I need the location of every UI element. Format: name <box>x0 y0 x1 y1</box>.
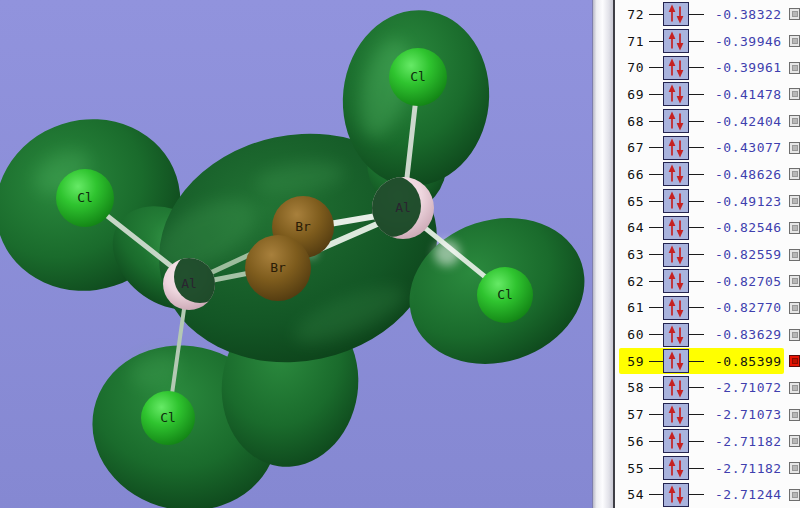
level-line-left <box>649 174 663 175</box>
electron-pair-icon[interactable] <box>663 216 689 240</box>
atom-Cl[interactable]: Cl <box>389 48 447 106</box>
orbital-row-56[interactable]: 56-2.71182 <box>615 428 800 455</box>
orbital-row-55[interactable]: 55-2.71182 <box>615 455 800 482</box>
electron-pair-icon[interactable] <box>663 483 689 507</box>
orbital-checkbox-checked[interactable] <box>789 355 800 367</box>
orbital-checkbox[interactable] <box>789 275 800 287</box>
orbital-row-main: 54-2.71244 <box>619 482 784 508</box>
orbital-row-60[interactable]: 60-0.83629 <box>615 321 800 348</box>
level-line-left <box>649 441 663 442</box>
orbital-row-62[interactable]: 62-0.82705 <box>615 268 800 295</box>
orbital-row-65[interactable]: 65-0.49123 <box>615 188 800 215</box>
orbital-row-57[interactable]: 57-2.71073 <box>615 401 800 428</box>
electron-pair-icon[interactable] <box>663 2 689 26</box>
orbital-row-59[interactable]: 59-0.85399 <box>615 348 800 375</box>
orbital-checkbox[interactable] <box>789 88 800 100</box>
electron-pair-icon[interactable] <box>663 243 689 267</box>
orbital-row-61[interactable]: 61-0.82770 <box>615 295 800 322</box>
electron-pair-icon[interactable] <box>663 296 689 320</box>
orbital-row-68[interactable]: 68-0.42404 <box>615 108 800 135</box>
orbital-checkbox[interactable] <box>789 195 800 207</box>
level-line-left <box>649 201 663 202</box>
orbital-row-54[interactable]: 54-2.71244 <box>615 481 800 508</box>
atom-label: Al <box>181 276 197 291</box>
electron-pair-icon[interactable] <box>663 162 689 186</box>
level-line-left <box>649 414 663 415</box>
orbital-checkbox[interactable] <box>789 382 800 394</box>
level-line-left <box>649 147 663 148</box>
orbital-checkbox[interactable] <box>789 8 800 20</box>
orbital-checkbox[interactable] <box>789 115 800 127</box>
checkbox-inner <box>792 145 798 151</box>
electron-pair-icon[interactable] <box>663 29 689 53</box>
level-line-left <box>649 387 663 388</box>
orbital-row-main: 63-0.82559 <box>619 242 784 268</box>
orbital-row-main: 55-2.71182 <box>619 455 784 481</box>
orbital-row-66[interactable]: 66-0.48626 <box>615 161 800 188</box>
electron-pair-icon[interactable] <box>663 269 689 293</box>
molecule-viewport[interactable]: ClClClClBrBrAlAl <box>0 0 592 508</box>
orbital-row-main: 64-0.82546 <box>619 215 784 241</box>
orbital-energy: -0.41478 <box>715 87 782 102</box>
atom-Cl[interactable]: Cl <box>477 267 533 323</box>
checkbox-inner <box>792 385 798 391</box>
atom-Cl[interactable]: Cl <box>56 169 114 227</box>
electron-pair-icon[interactable] <box>663 456 689 480</box>
orbital-energy: -0.82559 <box>715 247 782 262</box>
orbital-checkbox[interactable] <box>789 435 800 447</box>
orbital-row-67[interactable]: 67-0.43077 <box>615 134 800 161</box>
orbital-row-69[interactable]: 69-0.41478 <box>615 81 800 108</box>
level-line-right <box>689 254 704 255</box>
level-line-right <box>689 94 704 95</box>
orbital-number: 58 <box>620 380 644 395</box>
level-line-left <box>649 14 663 15</box>
electron-pair-icon[interactable] <box>663 429 689 453</box>
orbital-row-63[interactable]: 63-0.82559 <box>615 241 800 268</box>
panel-divider <box>592 0 613 508</box>
electron-pair-icon[interactable] <box>663 109 689 133</box>
orbital-checkbox[interactable] <box>789 329 800 341</box>
orbital-energy: -2.71073 <box>715 407 782 422</box>
electron-pair-icon[interactable] <box>663 323 689 347</box>
electron-pair-icon[interactable] <box>663 82 689 106</box>
orbital-checkbox[interactable] <box>789 409 800 421</box>
orbital-checkbox[interactable] <box>789 222 800 234</box>
orbital-row-64[interactable]: 64-0.82546 <box>615 215 800 242</box>
orbital-checkbox[interactable] <box>789 142 800 154</box>
atom-label: Cl <box>160 410 176 425</box>
orbital-energy: -0.82546 <box>715 220 782 235</box>
orbital-checkbox[interactable] <box>789 35 800 47</box>
orbital-checkbox[interactable] <box>789 168 800 180</box>
electron-pair-icon[interactable] <box>663 136 689 160</box>
atom-Cl[interactable]: Cl <box>141 391 195 445</box>
electron-pair-icon[interactable] <box>663 56 689 80</box>
orbital-row-main: 56-2.71182 <box>619 428 784 454</box>
electron-pair-icon[interactable] <box>663 349 689 373</box>
checkbox-inner <box>792 278 798 284</box>
atom-label: Al <box>395 200 411 215</box>
level-line-right <box>689 227 704 228</box>
orbital-row-71[interactable]: 71-0.39946 <box>615 28 800 55</box>
level-line-left <box>649 307 663 308</box>
orbital-checkbox[interactable] <box>789 462 800 474</box>
atom-Br[interactable]: Br <box>245 235 311 301</box>
checkbox-inner <box>792 438 798 444</box>
level-line-right <box>689 387 704 388</box>
atom-label: Cl <box>77 190 93 205</box>
orbital-row-70[interactable]: 70-0.39961 <box>615 54 800 81</box>
orbital-energy: -0.39961 <box>715 60 782 75</box>
orbital-checkbox[interactable] <box>789 62 800 74</box>
orbital-number: 68 <box>620 114 644 129</box>
level-line-left <box>649 334 663 335</box>
checkbox-inner <box>792 38 798 44</box>
orbital-row-58[interactable]: 58-2.71072 <box>615 375 800 402</box>
electron-pair-icon[interactable] <box>663 376 689 400</box>
orbital-checkbox[interactable] <box>789 302 800 314</box>
electron-pair-icon[interactable] <box>663 189 689 213</box>
checkbox-inner <box>792 171 798 177</box>
orbital-row-72[interactable]: 72-0.38322 <box>615 1 800 28</box>
orbital-checkbox[interactable] <box>789 489 800 501</box>
orbital-checkbox[interactable] <box>789 249 800 261</box>
electron-pair-icon[interactable] <box>663 403 689 427</box>
orbital-energy: -0.39946 <box>715 34 782 49</box>
